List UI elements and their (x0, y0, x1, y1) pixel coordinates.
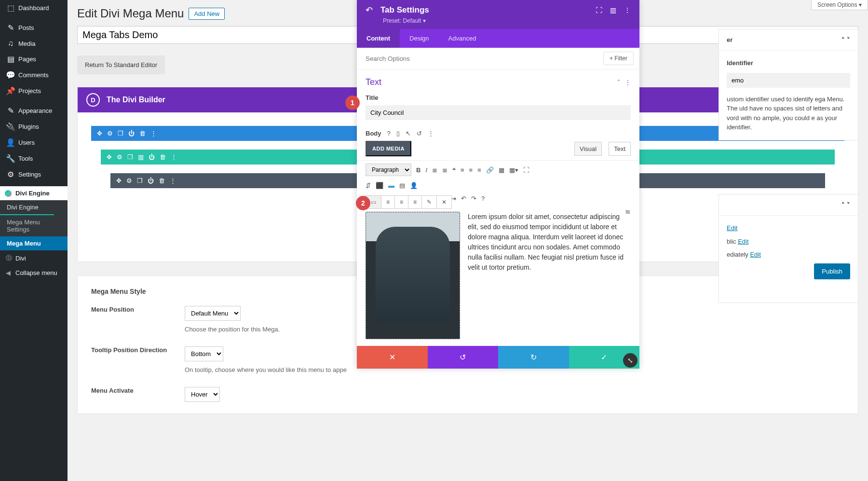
sidebar-item-pages[interactable]: ▤Pages (0, 51, 68, 67)
tab-advanced[interactable]: Advanced (439, 29, 486, 48)
status-edit-link[interactable]: Edit (727, 224, 737, 232)
italic-icon[interactable]: I (425, 166, 427, 174)
editor-image[interactable] (366, 212, 460, 339)
menu-activate-select[interactable]: Hover (185, 387, 220, 402)
help-icon[interactable]: ? (481, 195, 485, 202)
move-icon[interactable]: ✥ (107, 153, 112, 161)
undo-button[interactable]: ↺ (428, 346, 499, 369)
back-icon[interactable]: ↶ (366, 5, 373, 15)
subitem-divi-engine[interactable]: Divi Engine (0, 200, 54, 215)
redo-icon[interactable]: ↷ (471, 195, 476, 202)
text-tab[interactable]: Text (609, 142, 631, 156)
more-icon[interactable]: ⋮ (624, 6, 631, 14)
align-right-icon[interactable]: ≡ (395, 196, 408, 208)
table-icon[interactable]: ▦▾ (509, 166, 518, 174)
copy-icon[interactable]: ❐ (118, 130, 123, 137)
sidebar-item-comments[interactable]: 💬Comments (0, 67, 68, 83)
move-icon[interactable]: ✥ (97, 130, 102, 137)
sidebar-item-media[interactable]: ♫Media (0, 36, 68, 51)
move-icon[interactable]: ✥ (116, 177, 122, 184)
more-icon[interactable]: ⋮ (150, 130, 157, 137)
gear-icon[interactable]: ⚙ (107, 130, 113, 137)
title-input[interactable] (366, 105, 631, 120)
filter-button[interactable]: + Filter (603, 52, 634, 65)
tool-icon[interactable]: 👤 (410, 182, 418, 189)
undo-icon[interactable]: ↶ (461, 195, 466, 202)
trash-icon[interactable]: 🗑 (139, 130, 146, 137)
collapse-icon[interactable]: ˄ (617, 79, 620, 86)
screen-options-button[interactable]: Screen Options ▾ (811, 0, 868, 10)
subitem-mega-menu-settings[interactable]: Mega Menu Settings (0, 215, 68, 236)
schedule-edit-link[interactable]: Edit (750, 251, 760, 258)
tool-icon[interactable]: ▬ (388, 182, 394, 189)
subitem-mega-menu[interactable]: Mega Menu (0, 236, 68, 250)
sidebar-item-posts[interactable]: ✎Posts (0, 20, 68, 36)
visual-tab[interactable]: Visual (574, 142, 602, 156)
cursor-icon[interactable]: ↖ (406, 130, 411, 137)
more-icon[interactable]: ⋮ (170, 177, 176, 184)
copy-icon[interactable]: ❐ (127, 153, 133, 161)
power-icon[interactable]: ⏻ (128, 130, 135, 137)
grid-icon[interactable]: ▦ (499, 166, 504, 174)
quote-icon[interactable]: ❝ (452, 166, 456, 174)
columns-icon[interactable]: ▥ (138, 153, 144, 161)
fullscreen-icon[interactable]: ⛶ (523, 166, 529, 174)
sidebar-item-settings[interactable]: ⚙Settings (0, 166, 68, 182)
ul-icon[interactable]: ≣ (432, 166, 437, 174)
close-icon[interactable]: ✕ (437, 196, 451, 208)
tab-design[interactable]: Design (400, 29, 438, 48)
resize-handle-icon[interactable]: ⤡ (623, 353, 637, 368)
more-icon[interactable]: ⋮ (428, 130, 434, 137)
paragraph-select[interactable]: Paragraph (366, 164, 411, 176)
menu-position-select[interactable]: Default Menu (185, 306, 241, 321)
redo-button[interactable]: ↻ (498, 346, 569, 369)
tooltip-position-select[interactable]: Bottom (185, 346, 223, 361)
toggle-icons[interactable]: ˄ ˅ (841, 201, 850, 208)
responsive-icon[interactable]: ≋ (625, 208, 631, 216)
identifier-input[interactable] (727, 73, 850, 88)
sidebar-item-tools[interactable]: 🔧Tools (0, 151, 68, 166)
sidebar-item-users[interactable]: 👤Users (0, 135, 68, 151)
trash-icon[interactable]: 🗑 (160, 153, 166, 161)
gear-icon[interactable]: ⚙ (117, 153, 122, 161)
add-new-button[interactable]: Add New (189, 8, 225, 20)
columns-icon[interactable]: ▥ (610, 6, 616, 14)
help-icon[interactable]: ? (387, 130, 391, 137)
sidebar-item-dashboard[interactable]: ⬚Dashboard (0, 0, 68, 16)
expand-icon[interactable]: ⛶ (596, 6, 602, 14)
tab-content[interactable]: Content (357, 29, 400, 48)
editor-content[interactable]: ▭ ≡ ≡ ≡ ✎ ✕ Lorem ipsum dolor sit amet, … (357, 205, 639, 346)
bold-icon[interactable]: B (416, 166, 420, 174)
align-center-icon[interactable]: ≡ (469, 166, 473, 174)
edit-icon[interactable]: ✎ (422, 196, 437, 208)
visibility-edit-link[interactable]: Edit (738, 238, 748, 245)
align-left-icon[interactable]: ≡ (461, 166, 464, 174)
link-icon[interactable]: 🔗 (486, 166, 494, 174)
undo-icon[interactable]: ↺ (417, 130, 422, 137)
preset-selector[interactable]: Preset: Default ▾ (357, 16, 639, 29)
power-icon[interactable]: ⏻ (149, 153, 155, 161)
tool-icon[interactable]: ⇵ (366, 182, 371, 189)
more-icon[interactable]: ⋮ (171, 153, 177, 161)
trash-icon[interactable]: 🗑 (159, 177, 165, 184)
sidebar-item-plugins[interactable]: 🔌Plugins (0, 119, 68, 135)
search-options-input[interactable] (357, 48, 597, 69)
gear-icon[interactable]: ⚙ (126, 177, 132, 184)
sidebar-item-projects[interactable]: 📌Projects (0, 83, 68, 99)
add-media-button[interactable]: ADD MEDIA (366, 141, 411, 156)
power-icon[interactable]: ⏻ (148, 177, 154, 184)
align-right-icon[interactable]: ≡ (477, 166, 481, 174)
sidebar-item-divi-engine[interactable]: Divi Engine (0, 186, 68, 200)
publish-button[interactable]: Publish (814, 263, 850, 279)
align-center-icon[interactable]: ≡ (381, 196, 395, 208)
tool-icon[interactable]: ⬛ (376, 182, 383, 189)
return-editor-button[interactable]: Return To Standard Editor (77, 55, 165, 74)
copy-icon[interactable]: ❐ (137, 177, 143, 184)
tool-icon[interactable]: ▤ (399, 182, 405, 189)
more-icon[interactable]: ⋮ (625, 79, 631, 86)
toggle-icons[interactable]: ˄ ˅ (841, 36, 850, 43)
align-none-icon[interactable]: ≡ (408, 196, 422, 208)
sidebar-item-collapse[interactable]: ◀Collapse menu (0, 266, 68, 280)
sidebar-item-divi[interactable]: ⒹDivi (0, 250, 68, 266)
editor-text[interactable]: Lorem ipsum dolor sit amet, consectetur … (468, 212, 631, 339)
